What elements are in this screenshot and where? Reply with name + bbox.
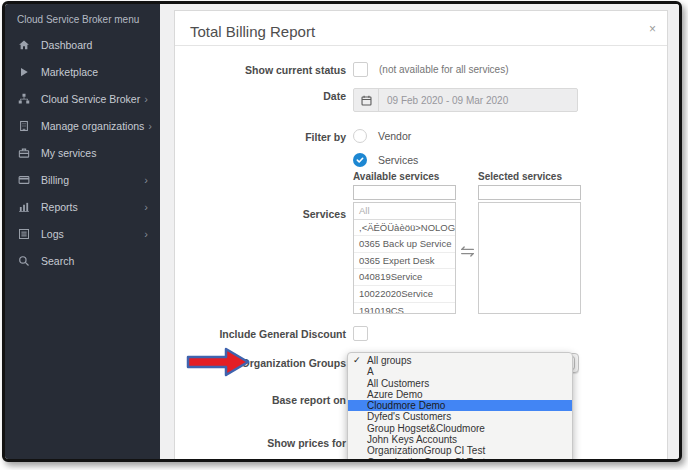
sidebar-item-reports[interactable]: Reports› [5,193,160,220]
briefcase-icon [17,146,30,159]
dropdown-option[interactable]: Dyfed's Customers [348,411,572,422]
list-item[interactable]: 191019CS [354,303,455,314]
sidebar-header: Cloud Service Broker menu [5,4,160,31]
vendor-radio-label: Vendor [378,130,411,142]
dropdown-option[interactable]: OrganizationGroup CI Test [348,445,572,456]
chevron-right-icon: › [144,94,148,104]
dropdown-option[interactable]: ✓All groups [348,355,572,366]
radio-checked-icon[interactable] [353,153,367,167]
sidebar-nav: DashboardMarketplaceCloud Service Broker… [5,31,160,274]
modal-header: Total Billing Report × [175,11,667,46]
credit-card-icon [17,173,30,186]
services-transfer-widget: Available services All,<ÄÉÖÜàèöü>NOLOGO0… [353,171,581,330]
available-services-header: Available services [353,171,456,185]
dropdown-option[interactable]: Azure Demo [348,389,572,400]
include-general-discount-checkbox[interactable] [353,326,368,341]
selected-services-header: Selected services [478,171,581,185]
sitemap-icon [17,92,30,105]
sidebar-item-dashboard[interactable]: Dashboard [5,31,160,58]
dropdown-option[interactable]: Group Hogset&Cloudmore [348,423,572,434]
sidebar-item-label: Logs [41,228,140,240]
filter-by-option-services[interactable]: Services [353,153,418,167]
home-icon [17,38,30,51]
building-icon [17,119,30,132]
sidebar-item-label: Dashboard [41,39,148,51]
date-label: Date [175,88,346,102]
sidebar-item-label: Manage organizations [41,120,144,132]
sidebar-item-search[interactable]: Search [5,247,160,274]
selected-services-column: Selected services [478,171,581,330]
chevron-right-icon: › [144,175,148,185]
services-row: Services Available services All,<ÄÉÖÜàèö… [175,171,667,317]
sidebar: Cloud Service Broker menu DashboardMarke… [5,4,160,459]
selected-services-list[interactable] [478,202,581,314]
organization-groups-dropdown-menu[interactable]: ✓All groupsAAll CustomersAzure DemoCloud… [347,352,573,459]
sidebar-item-marketplace[interactable]: Marketplace [5,58,160,85]
screenshot-frame: Cloud Service Broker menu DashboardMarke… [2,1,682,462]
close-icon[interactable]: × [649,23,656,35]
page-title: Total Billing Report [190,23,652,40]
sidebar-item-label: Marketplace [41,66,148,78]
show-current-status-checkbox[interactable] [353,62,368,77]
filter-by-label: Filter by [175,129,346,143]
sidebar-item-label: Search [41,255,148,267]
date-row: Date 09 Feb 2020 - 09 Mar 2020 [175,88,667,114]
list-item[interactable]: 0365 Expert Desk [354,253,455,270]
dropdown-option[interactable]: John Keys Accounts [348,434,572,445]
checkmark-icon: ✓ [353,355,361,366]
dropdown-option[interactable]: All Customers [348,378,572,389]
play-icon [17,65,30,78]
chevron-right-icon: › [144,229,148,239]
radio-unchecked-icon[interactable] [353,129,367,143]
sidebar-item-label: Billing [41,174,140,186]
search-icon [17,254,30,267]
calendar-icon [354,89,379,111]
list-icon [17,227,30,240]
dropdown-option[interactable]: A [348,366,572,377]
sidebar-item-manage-organizations[interactable]: Manage organizations› [5,112,160,139]
available-services-search-input[interactable] [353,185,456,200]
include-general-discount-label: Include General Discount [175,326,346,340]
list-item[interactable]: All [354,203,455,220]
list-item[interactable]: 0365 Back up Service [354,236,455,253]
sidebar-item-label: Reports [41,201,140,213]
list-item[interactable]: ,<ÄÉÖÜàèöü>NOLOGO [354,220,455,237]
show-prices-for-label: Show prices for [175,435,346,449]
show-current-status-row: Show current status (not available for a… [175,62,667,78]
available-services-list[interactable]: All,<ÄÉÖÜàèöü>NOLOGO0365 Back up Service… [353,202,456,314]
dropdown-option[interactable]: OrganizationGroup CI Test [348,457,572,459]
chevron-right-icon: › [148,121,152,131]
show-current-status-label: Show current status [175,62,346,76]
bar-chart-icon [17,200,30,213]
show-current-status-note: (not available for all services) [379,62,509,75]
transfer-gap [456,171,478,330]
date-range-field[interactable]: 09 Feb 2020 - 09 Mar 2020 [353,88,578,112]
available-services-column: Available services All,<ÄÉÖÜàèöü>NOLOGO0… [353,171,456,330]
main-area: Total Billing Report × Show current stat… [160,4,679,459]
sidebar-item-logs[interactable]: Logs› [5,220,160,247]
total-billing-report-modal: Total Billing Report × Show current stat… [174,10,668,459]
list-item[interactable]: 10022020Service [354,286,455,303]
services-label: Services [175,171,346,220]
list-item[interactable]: 040819Service [354,269,455,286]
services-radio-label: Services [378,154,418,166]
filter-by-row: Filter by Vendor Services [175,129,667,171]
red-arrow-annotation-icon [185,345,251,383]
sidebar-item-billing[interactable]: Billing› [5,166,160,193]
selected-services-search-input[interactable] [478,185,581,200]
chevron-right-icon: › [144,202,148,212]
sidebar-item-my-services[interactable]: My services [5,139,160,166]
sidebar-item-label: My services [41,147,148,159]
filter-by-option-vendor[interactable]: Vendor [353,129,418,143]
date-range-value: 09 Feb 2020 - 09 Mar 2020 [379,95,508,106]
base-report-on-label: Base report on [175,392,346,406]
sidebar-item-label: Cloud Service Broker [41,93,140,105]
sidebar-item-cloud-service-broker[interactable]: Cloud Service Broker› [5,85,160,112]
dropdown-option[interactable]: Cloudmore Demo [348,400,572,411]
transfer-arrows-icon[interactable] [460,243,475,261]
filter-by-radio-group: Vendor Services [353,129,418,167]
